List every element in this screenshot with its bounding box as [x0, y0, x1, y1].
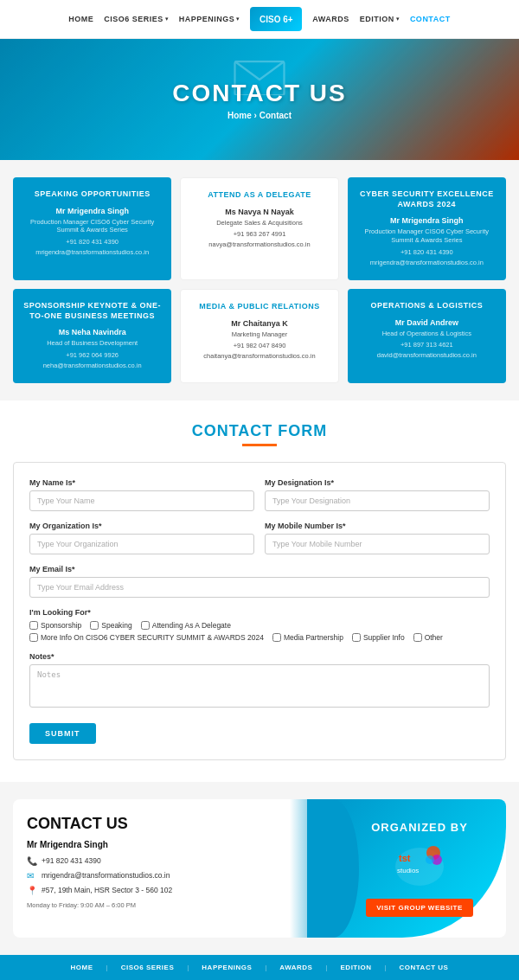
- footer-address: #57, 19th Main, HSR Sector 3 - 560 102: [42, 886, 172, 896]
- email-label: My Email Is*: [29, 565, 490, 573]
- checkbox-media-input[interactable]: [272, 633, 281, 642]
- visit-website-button[interactable]: VISIT GROUP WEBSITE: [366, 899, 473, 917]
- card-speaking-phone: +91 820 431 4390: [22, 237, 163, 247]
- checkbox-row-2: More Info On CISO6 CYBER SECURITY SUMMIT…: [29, 633, 490, 642]
- org-input[interactable]: [29, 534, 254, 554]
- hero-section: CONTACT US Home › Contact: [0, 39, 519, 160]
- card-speaking-name: Mr Mrigendra Singh: [22, 207, 163, 215]
- nav-happenings[interactable]: HAPPENINGS: [179, 15, 235, 23]
- card-speaking-role: Production Manager CISO6 Cyber Security …: [22, 218, 163, 235]
- footer-contact-section: CONTACT US Mr Mrigendra Singh 📞 +91 820 …: [0, 782, 519, 955]
- ciso-series-dropdown-icon: ▾: [165, 16, 169, 22]
- email-input[interactable]: [29, 577, 490, 598]
- submit-button[interactable]: SUBMIT: [29, 723, 96, 744]
- card-sponsorship-email: neha@transformationstudios.co.in: [22, 361, 163, 371]
- nav-home[interactable]: HOME: [68, 15, 93, 23]
- breadcrumb-current: Contact: [260, 111, 292, 120]
- nav-edition[interactable]: EDITION: [360, 15, 394, 23]
- form-group-mobile: My Mobile Number Is*: [265, 522, 490, 554]
- svg-text:tst: tst: [399, 853, 411, 863]
- checkbox-more-info-input[interactable]: [29, 633, 38, 642]
- svg-point-6: [426, 855, 434, 864]
- card-cyber: CYBER SECURITY EXCELLENCE AWARDS 2024 Mr…: [348, 177, 506, 280]
- bottom-nav-sep-1: |: [106, 964, 108, 971]
- card-operations-email: david@transformationstudios.co.in: [356, 350, 497, 361]
- card-cyber-role: Production Manager CISO6 Cyber Security …: [356, 227, 497, 245]
- designation-input[interactable]: [265, 490, 490, 511]
- footer-email-row: ✉ mrigendra@transformationstudios.co.in: [27, 871, 319, 881]
- form-group-name: My Name Is*: [29, 478, 254, 511]
- bottom-nav-ciso[interactable]: CISO6 SERIES: [121, 964, 175, 971]
- bottom-nav-edition[interactable]: EDITION: [341, 964, 372, 971]
- checkbox-other-input[interactable]: [413, 633, 422, 642]
- bottom-nav-home[interactable]: HOME: [71, 964, 93, 971]
- card-operations-title: OPERATIONS & LOGISTICS: [356, 301, 497, 311]
- card-delegate-role: Delegate Sales & Acquisitions: [189, 219, 329, 227]
- name-input[interactable]: [29, 490, 254, 511]
- checkbox-sponsorship[interactable]: Sponsorship: [29, 621, 81, 630]
- edition-dropdown-icon: ▾: [396, 16, 400, 22]
- form-section-title: CONTACT FORM: [13, 422, 506, 440]
- checkbox-supplier[interactable]: Supplier Info: [352, 633, 405, 642]
- logo-image: CISO 6+: [250, 7, 302, 31]
- checkbox-sponsorship-input[interactable]: [29, 621, 38, 630]
- breadcrumb-home[interactable]: Home: [227, 111, 252, 120]
- form-row-notes: Notes*: [29, 652, 490, 708]
- org-label: My Organization Is*: [29, 522, 254, 530]
- looking-for-label: I'm Looking For*: [29, 608, 490, 617]
- nav-contact[interactable]: CONTACT: [410, 15, 451, 23]
- form-group-designation: My Designation Is*: [265, 478, 490, 511]
- card-delegate-email: navya@transformationstudios.co.in: [189, 240, 329, 250]
- card-sponsorship-phone: +91 962 064 9926: [22, 350, 163, 361]
- notes-label: Notes*: [29, 652, 490, 661]
- card-delegate: ATTEND AS A DELEGATE Ms Navya N Nayak De…: [180, 177, 338, 280]
- checkbox-row-1: Sponsorship Speaking Attending As A Dele…: [29, 621, 490, 630]
- checkbox-supplier-input[interactable]: [352, 633, 361, 642]
- card-speaking: SPEAKING OPPORTUNITIES Mr Mrigendra Sing…: [13, 177, 171, 280]
- nav-ciso-series[interactable]: CISO6 SERIES: [104, 15, 163, 23]
- checkbox-speaking-input[interactable]: [90, 621, 99, 630]
- form-row-name-designation: My Name Is* My Designation Is*: [29, 478, 490, 511]
- card-operations-phone: +91 897 313 4621: [356, 340, 497, 350]
- mobile-input[interactable]: [265, 534, 490, 554]
- page-title: CONTACT US: [172, 80, 346, 107]
- svg-text:studios: studios: [397, 867, 419, 874]
- card-media-title: MEDIA & PUBLIC RELATIONS: [189, 302, 329, 312]
- checkbox-more-info[interactable]: More Info On CISO6 CYBER SECURITY SUMMIT…: [29, 633, 264, 642]
- checkbox-attending-input[interactable]: [141, 621, 150, 630]
- card-cyber-email: mrigendra@transformationstudios.co.in: [356, 258, 497, 268]
- form-box: My Name Is* My Designation Is* My Organi…: [13, 462, 506, 760]
- bottom-nav: HOME | CISO6 SERIES | HAPPENINGS | AWARD…: [0, 955, 519, 980]
- bottom-nav-contact[interactable]: CONTACT US: [400, 964, 449, 971]
- footer-right: ORGANIZED BY tst studios VISIT GROUP WEB…: [333, 799, 506, 938]
- site-logo[interactable]: CISO 6+: [250, 7, 302, 31]
- bottom-nav-happenings[interactable]: HAPPENINGS: [202, 964, 252, 971]
- card-delegate-title: ATTEND AS A DELEGATE: [189, 190, 329, 201]
- checkbox-speaking[interactable]: Speaking: [90, 621, 131, 630]
- card-media: MEDIA & PUBLIC RELATIONS Mr Chaitanya K …: [180, 289, 338, 383]
- checkbox-media[interactable]: Media Partnership: [272, 633, 343, 642]
- notes-textarea[interactable]: [29, 664, 490, 708]
- designation-label: My Designation Is*: [265, 478, 490, 487]
- card-operations: OPERATIONS & LOGISTICS Mr David Andrew H…: [348, 289, 506, 383]
- nav-awards[interactable]: AWARDS: [312, 15, 349, 23]
- footer-address-row: 📍 #57, 19th Main, HSR Sector 3 - 560 102: [27, 886, 319, 896]
- card-cyber-phone: +91 820 431 4390: [356, 247, 497, 258]
- card-media-role: Marketing Manager: [189, 330, 329, 339]
- checkbox-other[interactable]: Other: [413, 633, 443, 642]
- bottom-nav-sep-4: |: [325, 964, 327, 971]
- card-speaking-email: mrigendra@transformationstudios.co.in: [22, 247, 163, 258]
- bottom-nav-awards[interactable]: AWARDS: [279, 964, 312, 971]
- hero-content: CONTACT US Home › Contact: [172, 80, 346, 120]
- form-group-notes: Notes*: [29, 652, 490, 708]
- phone-icon: 📞: [27, 856, 37, 866]
- breadcrumb-sep: ›: [254, 111, 257, 120]
- card-delegate-phone: +91 963 267 4991: [189, 229, 329, 240]
- card-sponsorship: SPONSORSHIP KEYNOTE & ONE-TO-ONE BUSINES…: [13, 289, 171, 383]
- checkbox-attending[interactable]: Attending As A Delegate: [141, 621, 231, 630]
- footer-contact-inner: CONTACT US Mr Mrigendra Singh 📞 +91 820 …: [13, 799, 506, 938]
- form-row-org-mobile: My Organization Is* My Mobile Number Is*: [29, 522, 490, 554]
- contact-form-section: CONTACT FORM My Name Is* My Designation …: [0, 400, 519, 782]
- organized-title: ORGANIZED BY: [371, 821, 468, 834]
- location-icon: 📍: [27, 886, 37, 895]
